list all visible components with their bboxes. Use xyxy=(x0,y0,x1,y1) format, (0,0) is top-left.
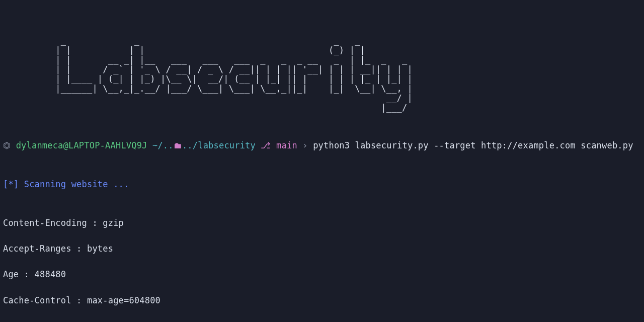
http-header-line: Accept-Ranges : bytes xyxy=(3,243,641,256)
terminal-window[interactable]: _ _ _ _ | | | | (_) | | | | __ _| |__ __… xyxy=(0,0,644,322)
git-branch-icon: ⎇ xyxy=(261,140,271,150)
typed-command: python3 labsecurity.py --target http://e… xyxy=(313,140,633,150)
prompt-path-suffix: ../labsecurity xyxy=(182,140,256,150)
prompt-path-dots: .. xyxy=(163,140,174,150)
prompt-path-prefix: ~/ xyxy=(152,140,163,150)
http-header-line: Content-Type : text/html; charset=UTF-8 xyxy=(3,320,641,322)
folder-icon: 🖿 xyxy=(174,140,182,150)
prompt-symbol-icon: ⏣ xyxy=(3,140,11,150)
http-header-line: Cache-Control : max-age=604800 xyxy=(3,294,641,307)
http-header-line: Age : 488480 xyxy=(3,268,641,281)
git-branch: main xyxy=(276,140,297,150)
ascii-banner: _ _ _ _ | | | | (_) | | | | __ _| |__ __… xyxy=(3,36,641,113)
http-header-line: Content-Encoding : gzip xyxy=(3,217,641,230)
prompt-line-1: ⏣ dylanmeca@LAPTOP-AAHLVQ9J ~/..🖿../labs… xyxy=(3,139,641,152)
prompt-user-host: dylanmeca@LAPTOP-AAHLVQ9J xyxy=(16,140,147,150)
status-scanning: [*] Scanning website ... xyxy=(3,178,641,191)
prompt-chevron-icon: › xyxy=(302,140,307,150)
